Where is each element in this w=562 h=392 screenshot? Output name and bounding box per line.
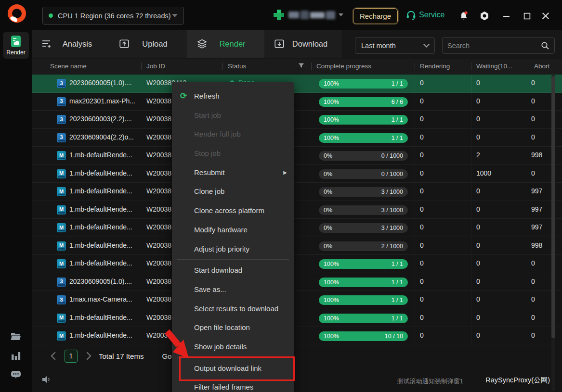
settings-button[interactable] <box>479 11 490 21</box>
context-menu-item[interactable]: ⟳ Stop job ▶ <box>172 144 294 163</box>
progress-frames: 3 / 1000 <box>381 189 403 195</box>
context-menu-item[interactable]: ⟳ Refresh ▶ <box>172 87 294 106</box>
column-rendering[interactable]: Rendering <box>420 63 450 70</box>
table-row[interactable]: 3 20230609004(2.2)o... W20038 100% 1 / 1… <box>32 129 562 147</box>
table-row[interactable]: M 1.mb-defaultRende... W20038 100% 1 / 1… <box>32 309 562 328</box>
settings-nut-icon <box>480 11 489 21</box>
minimize-button[interactable] <box>501 11 511 21</box>
submenu-arrow-icon: ▶ <box>283 163 287 182</box>
folder-icon <box>10 331 22 341</box>
titlebar: CPU 1 Region (36 cores 72 threads) Recha… <box>0 0 562 30</box>
job-id: W20038 <box>146 169 171 177</box>
context-menu-item[interactable]: ⟳ Clone job ▶ <box>172 182 294 201</box>
context-menu-item[interactable]: ⟳ Modify hardware ▶ <box>172 220 294 240</box>
menu-item-label: Clone job <box>194 187 224 195</box>
user-account[interactable] <box>273 8 343 22</box>
maximize-button[interactable] <box>522 11 532 21</box>
period-filter-select[interactable]: Last month <box>355 37 435 54</box>
table-row[interactable]: 3 max202301.max-Ph... W20038 100% 6 / 6 … <box>32 93 562 111</box>
progress-percent: 0% <box>324 189 332 195</box>
app-logo-icon <box>8 4 26 23</box>
context-menu-item[interactable]: ⟳ Resubmit ▶ <box>172 163 294 182</box>
tab-label: Analysis <box>52 39 109 49</box>
column-complete-progress[interactable]: Complete progress <box>316 63 371 70</box>
progress-percent: 100% <box>324 135 339 141</box>
main-panel: Analysis Upload <box>32 30 562 392</box>
waiting-count: 0 <box>476 278 480 285</box>
context-menu-item[interactable]: ⟳ Start job ▶ <box>172 106 294 125</box>
column-scene-name[interactable]: Scene name <box>50 63 87 70</box>
table-row[interactable]: 3 1max.max-Camera... W20038 100% 1 / 1 0… <box>32 291 562 309</box>
sidebar-item-label: Render <box>6 49 25 56</box>
column-status[interactable]: Status <box>228 63 246 70</box>
tab-analysis[interactable]: Analysis <box>32 30 109 58</box>
scene-name: 20230609005(1.0).... <box>69 79 144 87</box>
tab-render[interactable]: Render <box>187 30 264 58</box>
job-id: W20038 <box>146 151 171 159</box>
abort-count: 0 <box>531 115 535 123</box>
table-row[interactable]: 3 20230609003(2.2).... W20038 100% 1 / 1… <box>32 111 562 129</box>
table-row[interactable]: 3 20230609005(1.0).... W20038 100% 1 / 1… <box>32 273 562 291</box>
context-menu-item[interactable]: ⟳ Adjust job priority ▶ <box>172 240 294 259</box>
progress-percent: 0% <box>324 207 332 214</box>
column-waiting[interactable]: Waiting(10... <box>476 63 514 70</box>
recharge-button[interactable]: Recharge <box>353 8 398 24</box>
close-button[interactable] <box>540 11 551 21</box>
chevron-down-icon <box>423 41 430 48</box>
table-row[interactable]: 3 20230609005(1.0).... W200388412 Done 1… <box>32 75 562 93</box>
context-menu-item[interactable]: ⟳ Start download ▶ <box>172 261 294 280</box>
vertical-scrollbar[interactable] <box>551 75 555 391</box>
rendering-count: 0 <box>420 278 424 285</box>
table-row[interactable]: M 1.mb-defaultRende... W20038 100% 10 / … <box>32 327 562 345</box>
search-input[interactable] <box>447 42 541 50</box>
column-job-id[interactable]: Job ID <box>146 63 165 70</box>
page-number-button[interactable]: 1 <box>65 350 78 363</box>
menu-item-label: Resubmit <box>194 168 224 177</box>
table-row[interactable]: M 1.mb-defaultRende... W20038 100% 1 / 1… <box>32 255 562 273</box>
table-row[interactable]: M 1.mb-defaultRende... W20038 0% 3 / 100… <box>32 219 562 237</box>
chevron-down-icon <box>172 14 178 17</box>
progress-frames: 6 / 6 <box>392 99 403 105</box>
scrollbar-thumb[interactable] <box>551 76 555 338</box>
table-header: Scene name Job ID Status Complete progre… <box>32 59 562 75</box>
progress-frames: 0 / 1000 <box>381 152 403 159</box>
page-next-icon[interactable] <box>83 352 91 360</box>
progress-bar: 100% 1 / 1 <box>319 133 408 143</box>
table-row[interactable]: M 1.mb-defaultRende... W20038 0% 0 / 100… <box>32 165 562 183</box>
table-row[interactable]: M 1.mb-defaultRende... W20038 0% 3 / 100… <box>32 201 562 219</box>
filter-funnel-icon[interactable] <box>298 63 304 70</box>
table-row[interactable]: M 1.mb-defaultRende... W20038 0% 0 / 100… <box>32 147 562 165</box>
sidebar-feedback-button[interactable] <box>10 368 22 381</box>
rendering-count: 0 <box>420 205 424 213</box>
sidebar-files-button[interactable] <box>10 330 22 342</box>
menu-item-label: Refresh <box>194 92 220 100</box>
bar-chart-icon <box>11 350 21 361</box>
progress-frames: 1 / 1 <box>392 116 403 123</box>
scene-name: 1.mb-defaultRende... <box>69 205 144 213</box>
context-menu-item[interactable]: ⟳ Clone across platform ▶ <box>172 201 294 220</box>
context-menu-item[interactable]: ⟳ Select results to download ▶ <box>172 299 294 318</box>
region-selector[interactable]: CPU 1 Region (36 cores 72 threads) <box>42 7 184 25</box>
sidebar-item-render[interactable]: Render <box>3 32 29 59</box>
menu-item-label: Clone across platform <box>194 206 264 215</box>
progress-bar: 0% 3 / 1000 <box>319 187 408 197</box>
progress-bar: 100% 10 / 10 <box>319 331 408 341</box>
table-row[interactable]: M 1.mb-defaultRende... W20038 0% 2 / 100… <box>32 237 562 255</box>
rendering-count: 0 <box>420 314 424 321</box>
column-abort[interactable]: Abort <box>534 63 549 70</box>
service-button[interactable]: Service <box>406 10 444 20</box>
tab-download[interactable]: Download <box>264 30 342 58</box>
speaker-icon[interactable] <box>41 374 53 386</box>
table-row[interactable]: M 1.mb-defaultRende... W20038 0% 3 / 100… <box>32 183 562 201</box>
tab-upload[interactable]: Upload <box>109 30 187 58</box>
context-menu-item[interactable]: ⟳ Save as... ▶ <box>172 280 294 299</box>
sidebar-statistics-button[interactable] <box>10 349 22 362</box>
page-prev-icon[interactable] <box>51 352 59 360</box>
app-icon: M <box>57 241 66 251</box>
app-icon: 3 <box>57 79 66 88</box>
notifications-button[interactable] <box>458 11 469 21</box>
context-menu-item[interactable]: ⟳ Render full job ▶ <box>172 125 294 144</box>
rendering-count: 0 <box>420 97 424 105</box>
menu-divider <box>177 259 289 260</box>
abort-count: 0 <box>531 97 535 105</box>
